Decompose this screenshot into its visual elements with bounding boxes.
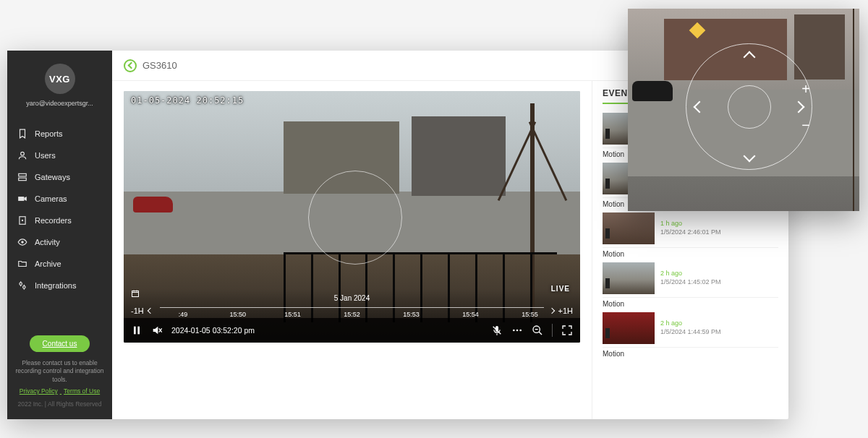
privacy-link[interactable]: Privacy Policy — [20, 387, 58, 395]
sidebar-item-users[interactable]: Users — [7, 145, 112, 166]
player-controls: 2024-01-05 03:52:20 pm — [124, 318, 580, 343]
svg-line-21 — [539, 332, 542, 335]
sidebar-item-label: Users — [35, 151, 56, 160]
ptz-preview-card: + − — [628, 9, 859, 211]
sidebar-item-label: Cameras — [35, 194, 67, 203]
event-time: 1/5/2024 1:44:59 PM — [660, 328, 721, 337]
sidebar-item-integrations[interactable]: Integrations — [7, 275, 112, 296]
ptz-control: + − — [686, 43, 812, 170]
svg-point-18 — [519, 330, 522, 332]
event-row[interactable]: 2 h ago 1/5/2024 1:45:02 PM — [603, 259, 778, 298]
timeline-date: 5 Jan 2024 — [334, 294, 370, 302]
ptz-up-button[interactable] — [743, 51, 755, 64]
event-type: Motion — [603, 350, 778, 358]
event-ago: 2 h ago — [660, 319, 721, 328]
ptz-zoom-in-button[interactable]: + — [799, 82, 813, 96]
event-type: Motion — [603, 250, 778, 258]
recorder-icon — [17, 215, 27, 226]
sidebar-item-gateways[interactable]: Gateways — [7, 166, 112, 188]
event-thumbnail — [603, 262, 655, 294]
contact-button[interactable]: Contact us — [30, 335, 90, 352]
sidebar-nav: Reports Users Gateways Cameras Recorders… — [7, 123, 112, 296]
copyright: 2022 Inc. | All Rights Reserved — [14, 400, 105, 409]
sidebar-item-activity[interactable]: Activity — [7, 231, 112, 253]
event-ago: 2 h ago — [660, 270, 721, 278]
brand-logo: VXG — [45, 64, 75, 94]
timeline-fwd-1h[interactable]: +1H — [550, 306, 574, 315]
ptz-left-button[interactable] — [694, 100, 706, 113]
playhead-time: 2024-01-05 03:52:20 pm — [171, 326, 255, 335]
osd-timestamp: 01-05-2024 20:52:15 — [131, 95, 244, 106]
svg-point-17 — [516, 330, 519, 332]
sidebar-item-label: Archive — [35, 259, 61, 268]
timeline-back-1h[interactable]: -1H — [131, 306, 153, 315]
calendar-icon[interactable] — [131, 289, 140, 298]
footer-text: Please contact us to enable recording co… — [14, 359, 105, 385]
event-type: Motion — [603, 300, 778, 308]
timeline-tick: 15:52 — [344, 311, 360, 318]
svg-point-16 — [513, 330, 515, 332]
sidebar-item-label: Integrations — [35, 281, 76, 290]
event-ago: 1 h ago — [660, 220, 721, 228]
camera-icon — [17, 194, 27, 204]
bookmark-icon — [17, 129, 27, 139]
legal-links: Privacy Policy Terms of Use — [14, 387, 105, 396]
user-email: yaro@videoexpertsgr... — [17, 100, 103, 107]
folder-icon — [17, 259, 27, 269]
event-meta: 2 h ago 1/5/2024 1:44:59 PM — [660, 312, 721, 344]
mic-off-button[interactable] — [491, 325, 503, 336]
sidebar-item-recorders[interactable]: Recorders — [7, 210, 112, 231]
svg-point-5 — [22, 220, 23, 221]
ptz-right-button[interactable] — [793, 100, 805, 113]
sidebar-item-label: Activity — [35, 238, 60, 246]
sidebar-item-cameras[interactable]: Cameras — [7, 188, 112, 210]
timeline-tick: 15:55 — [522, 311, 538, 318]
timeline-tick: :49 — [179, 311, 188, 318]
svg-rect-9 — [132, 291, 139, 297]
sidebar-item-archive[interactable]: Archive — [7, 253, 112, 275]
event-row[interactable]: 2 h ago 1/5/2024 1:44:59 PM — [603, 309, 778, 348]
back-button[interactable] — [124, 59, 137, 72]
sidebar-footer: Contact us Please contact us to enable r… — [7, 327, 112, 419]
event-time: 1/5/2024 2:46:01 PM — [660, 228, 721, 237]
svg-point-0 — [21, 152, 25, 155]
sidebar-item-label: Gateways — [35, 173, 70, 181]
timeline-tick: 15:50 — [229, 311, 246, 318]
zoom-out-button[interactable] — [532, 325, 543, 336]
user-icon — [17, 150, 27, 160]
video-player[interactable]: 01-05-2024 20:52:15 LIVE 5 Jan 2024 :49 … — [124, 91, 580, 343]
svg-point-6 — [21, 241, 24, 244]
event-time: 1/5/2024 1:45:02 PM — [660, 278, 721, 287]
sidebar: VXG yaro@videoexpertsgr... Reports Users… — [7, 51, 112, 419]
gear-icon — [17, 280, 27, 291]
sidebar-item-reports[interactable]: Reports — [7, 123, 112, 145]
more-button[interactable] — [511, 325, 523, 336]
svg-rect-2 — [19, 178, 27, 181]
timeline-tick: 15:51 — [284, 311, 301, 318]
ptz-zoom-out-button[interactable]: − — [799, 118, 813, 132]
ptz-down-button[interactable] — [743, 150, 755, 163]
mute-button[interactable] — [151, 325, 163, 336]
nav-minus-label: -1H — [131, 306, 144, 315]
svg-rect-11 — [137, 327, 140, 335]
sidebar-item-label: Reports — [35, 129, 63, 138]
svg-point-7 — [20, 283, 22, 285]
svg-point-8 — [23, 286, 25, 289]
timeline-tick: 15:54 — [462, 311, 479, 318]
event-meta: 2 h ago 1/5/2024 1:45:02 PM — [660, 262, 721, 294]
svg-rect-1 — [19, 173, 27, 176]
svg-rect-3 — [18, 197, 24, 201]
logo-section: VXG yaro@videoexpertsgr... — [7, 51, 112, 114]
timeline-track[interactable] — [160, 307, 544, 308]
pause-button[interactable] — [131, 325, 142, 336]
ptz-home-button[interactable] — [728, 85, 771, 129]
fullscreen-button[interactable] — [561, 325, 573, 336]
player-column: 01-05-2024 20:52:15 LIVE 5 Jan 2024 :49 … — [112, 81, 592, 419]
camera-title: GS3610 — [142, 60, 177, 71]
event-thumbnail — [603, 312, 655, 344]
server-icon — [17, 172, 27, 182]
event-row[interactable]: 1 h ago 1/5/2024 2:46:01 PM — [603, 210, 778, 248]
terms-link[interactable]: Terms of Use — [64, 387, 100, 395]
timeline[interactable]: 5 Jan 2024 :49 15:50 15:51 15:52 15:53 1… — [124, 289, 580, 318]
nav-plus-label: +1H — [558, 306, 574, 315]
